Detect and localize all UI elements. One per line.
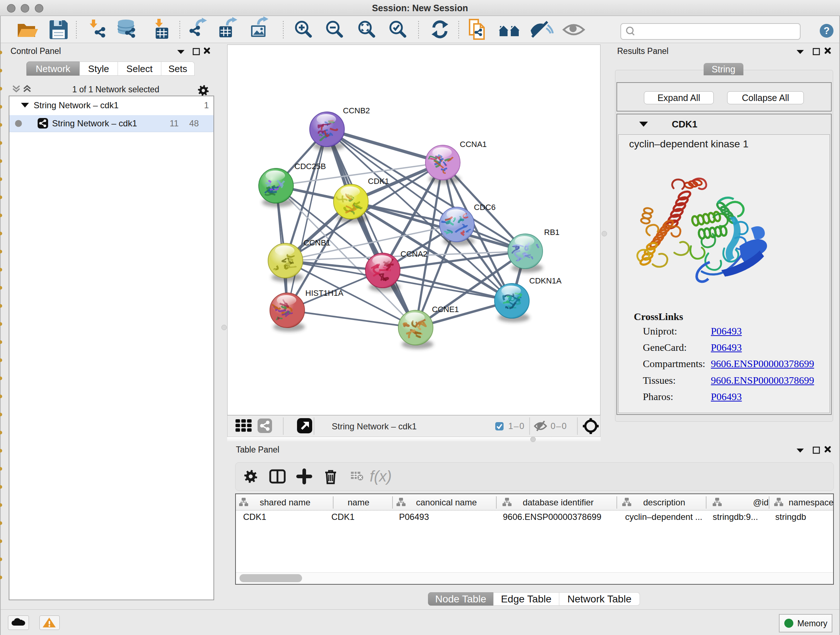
svg-text:1 – 0: 1 – 0 (508, 421, 524, 431)
svg-text:f(x): f(x) (370, 468, 392, 485)
svg-text:shared name: shared name (260, 497, 310, 507)
svg-text:canonical name: canonical name (416, 497, 477, 507)
svg-text:CDKN1A: CDKN1A (529, 276, 562, 285)
svg-text:database identifier: database identifier (523, 497, 594, 507)
svg-text:name: name (347, 497, 369, 507)
svg-text:@id: @id (753, 497, 768, 507)
svg-text:CCNA2: CCNA2 (401, 249, 428, 258)
svg-text:0 – 0: 0 – 0 (551, 421, 567, 431)
svg-text:CDC25B: CDC25B (294, 162, 326, 171)
svg-text:RB1: RB1 (544, 228, 560, 237)
svg-text:CDK1: CDK1 (368, 177, 389, 186)
svg-text:CDC6: CDC6 (474, 203, 496, 212)
svg-text:CCNE1: CCNE1 (432, 305, 459, 314)
svg-text:CCNB1: CCNB1 (303, 238, 331, 247)
svg-text:CCNA1: CCNA1 (460, 140, 487, 149)
svg-text:description: description (643, 497, 685, 507)
svg-text:HIST1H1A: HIST1H1A (305, 288, 343, 298)
svg-text:String Network – cdk1: String Network – cdk1 (332, 421, 417, 431)
svg-text:namespace: namespace (789, 497, 833, 507)
svg-text:CCNB2: CCNB2 (343, 106, 370, 115)
